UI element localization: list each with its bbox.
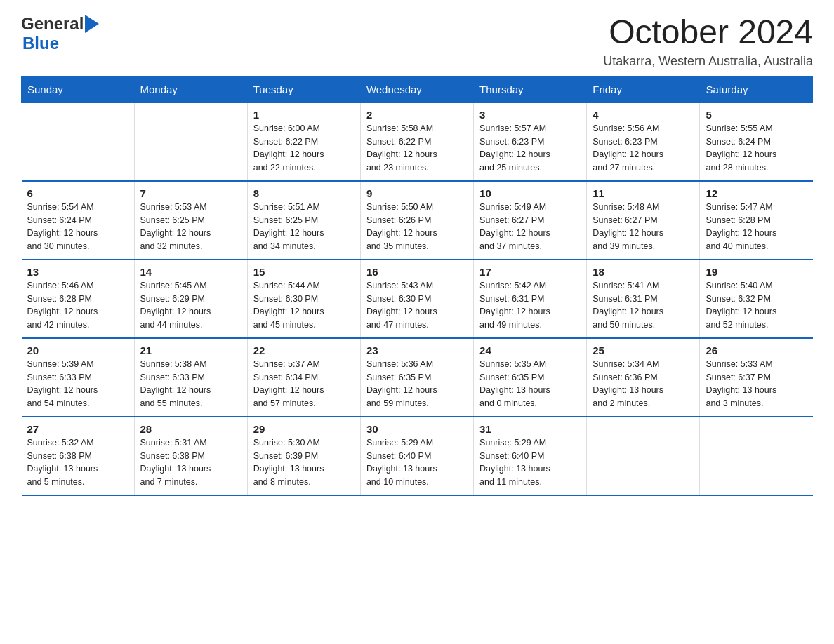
calendar-cell: 27Sunrise: 5:32 AM Sunset: 6:38 PM Dayli…: [22, 417, 135, 495]
logo-blue-text: Blue: [22, 34, 59, 53]
day-info: Sunrise: 5:42 AM Sunset: 6:31 PM Dayligh…: [479, 279, 581, 332]
day-info: Sunrise: 5:37 AM Sunset: 6:34 PM Dayligh…: [253, 358, 355, 410]
day-info: Sunrise: 6:00 AM Sunset: 6:22 PM Dayligh…: [253, 122, 355, 175]
calendar-cell: 30Sunrise: 5:29 AM Sunset: 6:40 PM Dayli…: [360, 417, 473, 495]
calendar-cell: 26Sunrise: 5:33 AM Sunset: 6:37 PM Dayli…: [700, 338, 813, 417]
calendar-cell: 28Sunrise: 5:31 AM Sunset: 6:38 PM Dayli…: [134, 417, 247, 495]
calendar-cell: 25Sunrise: 5:34 AM Sunset: 6:36 PM Dayli…: [587, 338, 700, 417]
calendar-cell: 23Sunrise: 5:36 AM Sunset: 6:35 PM Dayli…: [360, 338, 473, 417]
calendar-cell: 24Sunrise: 5:35 AM Sunset: 6:35 PM Dayli…: [474, 338, 587, 417]
calendar-cell: 12Sunrise: 5:47 AM Sunset: 6:28 PM Dayli…: [700, 181, 813, 260]
week-row-4: 20Sunrise: 5:39 AM Sunset: 6:33 PM Dayli…: [22, 338, 813, 417]
weekday-header-saturday: Saturday: [700, 76, 813, 102]
day-number: 6: [27, 187, 128, 199]
day-number: 13: [27, 266, 128, 278]
calendar-cell: 11Sunrise: 5:48 AM Sunset: 6:27 PM Dayli…: [587, 181, 700, 260]
day-info: Sunrise: 5:30 AM Sunset: 6:39 PM Dayligh…: [253, 436, 355, 489]
day-info: Sunrise: 5:48 AM Sunset: 6:27 PM Dayligh…: [593, 201, 694, 253]
calendar-cell: 15Sunrise: 5:44 AM Sunset: 6:30 PM Dayli…: [247, 260, 360, 338]
day-number: 2: [366, 109, 468, 121]
logo-arrow-icon: [85, 15, 99, 33]
day-number: 19: [706, 266, 807, 278]
day-info: Sunrise: 5:54 AM Sunset: 6:24 PM Dayligh…: [27, 201, 128, 253]
day-number: 11: [593, 187, 694, 199]
calendar-cell: 9Sunrise: 5:50 AM Sunset: 6:26 PM Daylig…: [360, 181, 473, 260]
day-info: Sunrise: 5:29 AM Sunset: 6:40 PM Dayligh…: [366, 436, 468, 489]
calendar-cell: 21Sunrise: 5:38 AM Sunset: 6:33 PM Dayli…: [134, 338, 247, 417]
week-row-1: 1Sunrise: 6:00 AM Sunset: 6:22 PM Daylig…: [22, 102, 813, 181]
logo-general-text: General: [21, 14, 84, 34]
calendar-cell: 3Sunrise: 5:57 AM Sunset: 6:23 PM Daylig…: [474, 102, 587, 181]
day-number: 4: [593, 109, 694, 121]
calendar-cell: 8Sunrise: 5:51 AM Sunset: 6:25 PM Daylig…: [247, 181, 360, 260]
day-number: 27: [27, 423, 128, 435]
weekday-header-friday: Friday: [587, 76, 700, 102]
calendar-cell: 19Sunrise: 5:40 AM Sunset: 6:32 PM Dayli…: [700, 260, 813, 338]
day-info: Sunrise: 5:55 AM Sunset: 6:24 PM Dayligh…: [706, 122, 807, 175]
location-title: Utakarra, Western Australia, Australia: [603, 54, 813, 69]
day-number: 29: [253, 423, 355, 435]
week-row-5: 27Sunrise: 5:32 AM Sunset: 6:38 PM Dayli…: [22, 417, 813, 495]
day-info: Sunrise: 5:49 AM Sunset: 6:27 PM Dayligh…: [479, 201, 581, 253]
day-info: Sunrise: 5:34 AM Sunset: 6:36 PM Dayligh…: [593, 358, 694, 410]
calendar-cell: 17Sunrise: 5:42 AM Sunset: 6:31 PM Dayli…: [474, 260, 587, 338]
week-row-3: 13Sunrise: 5:46 AM Sunset: 6:28 PM Dayli…: [22, 260, 813, 338]
logo: General Blue: [21, 14, 99, 53]
day-info: Sunrise: 5:51 AM Sunset: 6:25 PM Dayligh…: [253, 201, 355, 253]
calendar-table: SundayMondayTuesdayWednesdayThursdayFrid…: [21, 76, 813, 496]
day-info: Sunrise: 5:45 AM Sunset: 6:29 PM Dayligh…: [140, 279, 241, 332]
day-number: 31: [479, 423, 581, 435]
day-info: Sunrise: 5:50 AM Sunset: 6:26 PM Dayligh…: [366, 201, 468, 253]
calendar-cell: 13Sunrise: 5:46 AM Sunset: 6:28 PM Dayli…: [22, 260, 135, 338]
day-info: Sunrise: 5:56 AM Sunset: 6:23 PM Dayligh…: [593, 122, 694, 175]
weekday-header-tuesday: Tuesday: [247, 76, 360, 102]
day-number: 21: [140, 344, 241, 356]
calendar-cell: [22, 102, 135, 181]
weekday-header-wednesday: Wednesday: [360, 76, 473, 102]
day-info: Sunrise: 5:57 AM Sunset: 6:23 PM Dayligh…: [479, 122, 581, 175]
day-number: 30: [366, 423, 468, 435]
day-info: Sunrise: 5:39 AM Sunset: 6:33 PM Dayligh…: [27, 358, 128, 410]
month-title: October 2024: [603, 14, 813, 51]
day-number: 10: [479, 187, 581, 199]
day-info: Sunrise: 5:58 AM Sunset: 6:22 PM Dayligh…: [366, 122, 468, 175]
day-number: 20: [27, 344, 128, 356]
title-section: October 2024 Utakarra, Western Australia…: [603, 14, 813, 69]
day-number: 5: [706, 109, 807, 121]
day-info: Sunrise: 5:40 AM Sunset: 6:32 PM Dayligh…: [706, 279, 807, 332]
weekday-header-monday: Monday: [134, 76, 247, 102]
calendar-cell: 1Sunrise: 6:00 AM Sunset: 6:22 PM Daylig…: [247, 102, 360, 181]
day-info: Sunrise: 5:47 AM Sunset: 6:28 PM Dayligh…: [706, 201, 807, 253]
calendar-cell: 10Sunrise: 5:49 AM Sunset: 6:27 PM Dayli…: [474, 181, 587, 260]
week-row-2: 6Sunrise: 5:54 AM Sunset: 6:24 PM Daylig…: [22, 181, 813, 260]
weekday-header-thursday: Thursday: [474, 76, 587, 102]
day-info: Sunrise: 5:36 AM Sunset: 6:35 PM Dayligh…: [366, 358, 468, 410]
calendar-cell: 16Sunrise: 5:43 AM Sunset: 6:30 PM Dayli…: [360, 260, 473, 338]
calendar-cell: 7Sunrise: 5:53 AM Sunset: 6:25 PM Daylig…: [134, 181, 247, 260]
calendar-cell: 31Sunrise: 5:29 AM Sunset: 6:40 PM Dayli…: [474, 417, 587, 495]
day-info: Sunrise: 5:46 AM Sunset: 6:28 PM Dayligh…: [27, 279, 128, 332]
calendar-cell: 14Sunrise: 5:45 AM Sunset: 6:29 PM Dayli…: [134, 260, 247, 338]
day-info: Sunrise: 5:53 AM Sunset: 6:25 PM Dayligh…: [140, 201, 241, 253]
day-number: 8: [253, 187, 355, 199]
day-number: 12: [706, 187, 807, 199]
day-info: Sunrise: 5:29 AM Sunset: 6:40 PM Dayligh…: [479, 436, 581, 489]
calendar-cell: 29Sunrise: 5:30 AM Sunset: 6:39 PM Dayli…: [247, 417, 360, 495]
day-number: 15: [253, 266, 355, 278]
day-number: 25: [593, 344, 694, 356]
day-number: 7: [140, 187, 241, 199]
calendar-cell: 20Sunrise: 5:39 AM Sunset: 6:33 PM Dayli…: [22, 338, 135, 417]
day-number: 3: [479, 109, 581, 121]
weekday-header-sunday: Sunday: [22, 76, 135, 102]
calendar-cell: [134, 102, 247, 181]
calendar-cell: 6Sunrise: 5:54 AM Sunset: 6:24 PM Daylig…: [22, 181, 135, 260]
page-header: General Blue October 2024 Utakarra, West…: [21, 14, 813, 69]
day-info: Sunrise: 5:33 AM Sunset: 6:37 PM Dayligh…: [706, 358, 807, 410]
day-number: 26: [706, 344, 807, 356]
calendar-cell: [587, 417, 700, 495]
day-info: Sunrise: 5:31 AM Sunset: 6:38 PM Dayligh…: [140, 436, 241, 489]
svg-marker-0: [85, 15, 99, 33]
day-info: Sunrise: 5:32 AM Sunset: 6:38 PM Dayligh…: [27, 436, 128, 489]
day-number: 9: [366, 187, 468, 199]
day-number: 16: [366, 266, 468, 278]
